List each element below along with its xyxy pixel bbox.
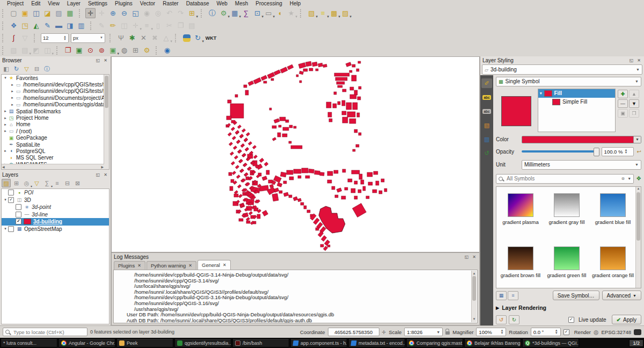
advanced-button[interactable]: Advanced▼ <box>602 291 641 300</box>
layer-item-3d-point[interactable]: ✳3d-point <box>2 204 109 211</box>
browser-item-ms-sql-server[interactable]: ◗MS SQL Server <box>2 155 109 161</box>
save-project-as-icon[interactable]: ◪ <box>42 8 53 18</box>
styling-float-icon[interactable]: ◱ <box>628 57 634 63</box>
expand-arrow-icon[interactable]: ▸ <box>10 96 15 100</box>
expand-arrow-icon[interactable]: ▸ <box>3 109 8 113</box>
browser-item-postgresql[interactable]: ▸◖PostgreSQL <box>2 148 109 154</box>
flash-feature-icon[interactable]: ⊚ <box>97 45 107 55</box>
layer-rendering-section[interactable]: Layer Rendering <box>502 305 546 311</box>
open-attribute-table-icon[interactable]: ▦ <box>230 8 240 18</box>
identify-features-icon[interactable]: ⓘ <box>207 8 217 18</box>
new-shapefile-layer-icon[interactable]: ◭ <box>31 20 41 31</box>
layer-item-openstreetmap[interactable]: ▾▦OpenStreetMap <box>2 226 109 233</box>
menu-layer[interactable]: Layer <box>63 1 84 7</box>
close-tab-icon[interactable]: ✕ <box>137 263 141 268</box>
symbol-tree-simplefill-row[interactable]: Simple Fill <box>538 98 615 106</box>
browser-item-spatialite[interactable]: ✒SpatiaLite <box>2 141 109 148</box>
menu-database[interactable]: Database <box>182 1 213 7</box>
toolbar-drag-handle[interactable] <box>90 21 94 30</box>
menu-help[interactable]: Help <box>286 1 305 7</box>
expand-arrow-icon[interactable]: ▾ <box>3 76 8 80</box>
chevron-down-icon[interactable]: ▼ <box>627 177 631 180</box>
menu-project[interactable]: Project <box>3 1 27 7</box>
toolbar-drag-handle[interactable] <box>56 46 60 55</box>
browser-hscrollbar[interactable]: ◀▶ <box>2 164 104 169</box>
browser-item-project-home[interactable]: ▸◳Project Home <box>2 114 109 121</box>
taskbar-item-comparing-qgis-mast[interactable]: Comparing qgis:mast... <box>406 338 463 347</box>
symbol-gallery-item-gradient-orange-fill[interactable]: gradient orange fill <box>590 242 636 288</box>
log-tab-general[interactable]: General✕ <box>197 260 231 270</box>
expand-arrow-icon[interactable]: ▸ <box>3 116 8 120</box>
filter-browser-icon[interactable]: ▽ <box>22 64 31 73</box>
pan-to-selection-icon[interactable]: ✛ <box>97 8 107 18</box>
rotation-spinbox[interactable]: 0.0 °▲▼ <box>531 328 561 336</box>
taskbar-item-3d-buildings-qgi[interactable]: Q*3d-buildings — QGI... <box>522 338 579 347</box>
toolbar-drag-handle[interactable] <box>2 34 6 42</box>
label-change-icon[interactable]: ◫ <box>42 45 53 55</box>
deselect-all-icon[interactable]: ▩ <box>329 8 339 18</box>
opacity-spinbox[interactable]: 100.0 % ▲▼ <box>602 147 634 156</box>
taskbar-item-app-component-ts-h[interactable]: app.component.ts - h... <box>290 338 347 347</box>
select-by-value-icon[interactable]: ≡ <box>318 8 328 18</box>
open-layer-styling-panel-icon[interactable]: ▨ <box>2 179 11 187</box>
taskbar-item-angular-google-chr[interactable]: Angular - Google Chr... <box>58 338 115 347</box>
list-view-toggle[interactable]: ≡ <box>508 291 518 300</box>
expand-arrow-icon[interactable]: ▸ <box>10 103 15 107</box>
clear-search-icon[interactable]: ⊗ <box>621 176 625 181</box>
new-project-icon[interactable]: ▢ <box>9 8 19 18</box>
browser-vscrollbar[interactable] <box>104 75 109 169</box>
locate-input[interactable] <box>12 329 78 336</box>
snapping-dropdown-icon[interactable]: ▽ <box>20 33 30 43</box>
label-move-icon[interactable]: ◩ <box>31 45 41 55</box>
add-symbol-layer-button[interactable]: ✚ <box>618 90 628 98</box>
layer-item-3d-line[interactable]: —3d-line <box>2 211 109 219</box>
label-toolbar-show-icon[interactable]: ▤ <box>20 45 30 55</box>
layer-visibility-checkbox[interactable] <box>16 219 21 224</box>
browser-item-home-isunni-documents-projec[interactable]: ▸▭/home/isunni/Documents/project/Aksi2-r… <box>2 95 109 101</box>
layer-visibility-checkbox[interactable] <box>8 197 14 203</box>
layer-visibility-checkbox[interactable] <box>16 212 21 218</box>
xy-coordinate-tool-icon[interactable]: ⊞ <box>130 45 141 55</box>
new-geopackage-layer-icon[interactable]: ◳ <box>20 20 30 31</box>
modify-attributes-icon[interactable]: ≡ <box>142 20 152 31</box>
refresh-browser-icon[interactable]: ↻ <box>12 64 21 73</box>
snapping-unit-combobox[interactable]: px▼ <box>71 33 105 43</box>
symbol-gallery-item-gradient-plasma[interactable]: gradient plasma <box>497 189 544 242</box>
statistics-summary-icon[interactable]: ∑ <box>241 8 251 18</box>
move-down-button[interactable]: ▼ <box>629 99 639 108</box>
toolbar-drag-handle[interactable] <box>109 34 113 42</box>
vertex-tool-icon[interactable]: ✛ <box>130 20 141 31</box>
python-console-icon[interactable] <box>181 33 192 43</box>
opacity-slider-handle[interactable] <box>594 148 599 156</box>
map-canvas[interactable] <box>111 56 480 252</box>
new-spatial-bookmark-icon[interactable]: ▣ <box>108 45 118 55</box>
log-tab-python-warning[interactable]: Python warning✕ <box>147 261 196 270</box>
new-spatialite-layer-icon[interactable]: ✎ <box>42 20 53 31</box>
log-scrollbar[interactable]: ▲ ▼ <box>471 271 477 322</box>
topological-editing-icon[interactable]: ✱ <box>127 33 137 43</box>
workspace-pager[interactable]: 1/2 <box>629 339 643 347</box>
tab-3d-view[interactable]: ▧ <box>481 120 492 130</box>
browser-properties-icon[interactable]: ⓘ <box>42 64 52 73</box>
expand-arrow-icon[interactable]: ▸ <box>3 122 8 127</box>
wkt-tool-icon[interactable]: WKT <box>204 33 218 43</box>
map-tips-icon[interactable]: ◖ <box>275 8 285 18</box>
browser-item-spatial-bookmarks[interactable]: ▸▤Spatial Bookmarks <box>2 108 109 114</box>
menu-settings[interactable]: Settings <box>84 1 111 7</box>
render-checkbox[interactable] <box>564 329 569 335</box>
zoom-out-icon[interactable]: ⊖ <box>119 8 129 18</box>
collapse-all-icon[interactable]: ⊟ <box>63 179 72 187</box>
symbol-gallery-item-gradient-blue-fill[interactable]: gradient blue fill <box>590 189 636 242</box>
taskbar-item-lutra-consult[interactable]: * lutra consult... <box>1 338 57 347</box>
toolbar-drag-handle[interactable] <box>156 46 159 55</box>
zoom-in-icon[interactable]: ⊕ <box>108 8 118 18</box>
browser-item-root[interactable]: ▸▭/ (root) <box>2 128 109 134</box>
toolbar-drag-handle[interactable] <box>2 46 6 55</box>
expand-arrow-icon[interactable]: ▶ <box>496 306 499 310</box>
paste-features-icon[interactable]: ▤ <box>187 20 197 31</box>
customization-icon[interactable]: ⚙ <box>142 45 152 55</box>
apply-button[interactable]: ✔ Apply <box>612 315 641 324</box>
expand-arrow-icon[interactable]: ▾ <box>3 198 8 202</box>
taskbar-item-qgsidentifyresultsdia[interactable]: qgsidentifyresultsdia... <box>174 338 231 347</box>
taskbar-item-metadata-txt-encod[interactable]: metadata.txt - encod... <box>348 338 405 347</box>
